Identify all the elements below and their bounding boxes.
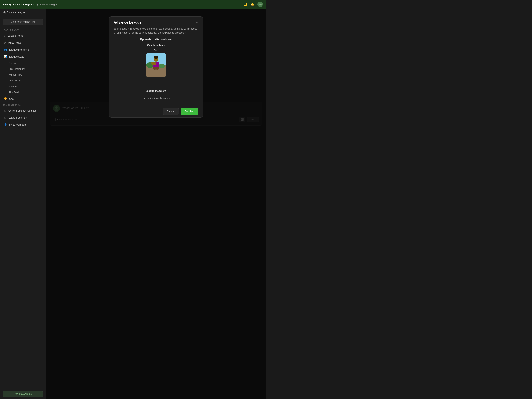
gear-icon-league: ⚙ (4, 116, 6, 119)
sidebar-label-league-stats: League Stats (9, 55, 24, 58)
sidebar-item-pick-distribution[interactable]: Pick Distribution (1, 66, 44, 72)
sidebar-item-current-episode-settings[interactable]: ⚙ Current Episode Settings (1, 107, 44, 114)
sidebar: My Survivor League ⌄ Make Your Winner Pi… (0, 9, 46, 399)
sidebar-item-overview[interactable]: Overview (1, 60, 44, 66)
sidebar-sub-label-pick-counts: Pick Counts (9, 79, 21, 82)
current-page-label: My Survivor League (35, 3, 58, 6)
modal-overlay: Advance League ∧ Your league is ready to… (46, 9, 266, 399)
admin-label: Administration (0, 102, 45, 107)
modal-close-button[interactable]: ∧ (196, 20, 198, 24)
results-available-button[interactable]: Results Available (3, 391, 43, 397)
league-members-section: League Members No eliminations this week (109, 87, 203, 105)
sidebar-item-cast[interactable]: 🏆 Cast (1, 96, 44, 102)
members-icon: 👥 (4, 48, 7, 51)
sidebar-sub-label-overview: Overview (9, 62, 18, 64)
modal-body: Your league is ready to move on to the n… (109, 25, 203, 82)
cast-member-image (146, 53, 166, 77)
cast-members-label: Cast Members (114, 44, 198, 46)
main-content-area: My Survivor League Survivor Season 47 1 … (46, 9, 266, 399)
modal-title: Advance League (114, 20, 142, 25)
svg-rect-8 (153, 67, 156, 70)
sidebar-sub-label-pick-distribution: Pick Distribution (9, 68, 25, 70)
gear-icon-episode: ⚙ (4, 109, 6, 112)
svg-rect-6 (151, 62, 156, 64)
league-selector[interactable]: My Survivor League ⌄ (0, 9, 45, 16)
sidebar-item-make-picks[interactable]: ◈ Make Picks (1, 39, 44, 46)
episode-label: Episode 1 eliminations (114, 38, 198, 41)
svg-rect-7 (152, 64, 156, 65)
league-members-label: League Members (114, 90, 198, 92)
svg-point-3 (159, 64, 165, 68)
home-icon: ⌂ (4, 34, 6, 37)
stats-icon: 📊 (4, 55, 7, 58)
modal-footer: Cancel Confirm (109, 105, 203, 117)
sidebar-label-league-settings: League Settings (8, 116, 27, 119)
sidebar-item-winner-picks[interactable]: Winner Picks (1, 72, 44, 77)
avatar[interactable]: JD (257, 1, 263, 7)
sidebar-label-make-picks: Make Picks (8, 41, 21, 44)
sidebar-label-current-episode-settings: Current Episode Settings (8, 109, 37, 112)
sidebar-item-league-stats[interactable]: 📊 League Stats (1, 53, 44, 60)
navbar: Reality Survivor League / My Survivor Le… (0, 0, 266, 9)
picks-icon: ◈ (4, 41, 6, 44)
svg-point-10 (154, 56, 158, 59)
sidebar-league-name: My Survivor League (3, 11, 25, 14)
brand-name: Reality Survivor League (3, 3, 32, 6)
breadcrumb: Reality Survivor League / My Survivor Le… (3, 3, 57, 6)
sidebar-label-league-home: League Home (7, 34, 23, 37)
sidebar-item-league-settings[interactable]: ⚙ League Settings (1, 114, 44, 121)
no-eliminations-text: No eliminations this week (114, 95, 198, 103)
sidebar-item-tribe-stats[interactable]: Tribe Stats (1, 84, 44, 89)
confirm-button[interactable]: Confirm (181, 108, 198, 115)
cast-member-name: Jon (114, 49, 198, 52)
sidebar-item-league-members[interactable]: 👥 League Members (1, 46, 44, 53)
cancel-button[interactable]: Cancel (163, 108, 178, 115)
sidebar-sub-label-pick-feed: Pick Feed (9, 91, 19, 94)
league-pages-label: League Pages (0, 27, 45, 32)
sidebar-item-invite-members[interactable]: 👤 Invite Members (1, 121, 44, 128)
invite-icon: 👤 (4, 123, 7, 126)
modal-divider (109, 84, 203, 85)
sidebar-label-league-members: League Members (9, 48, 29, 51)
breadcrumb-separator: / (33, 3, 34, 6)
chevron-down-icon: ⌄ (41, 11, 43, 14)
sidebar-item-pick-counts[interactable]: Pick Counts (1, 78, 44, 83)
modal-description: Your league is ready to move on to the n… (114, 27, 198, 34)
cast-icon: 🏆 (4, 97, 7, 100)
sidebar-label-cast: Cast (9, 97, 14, 100)
make-winner-pick-button[interactable]: Make Your Winner Pick (3, 19, 43, 25)
sidebar-item-league-home[interactable]: ⌂ League Home (1, 32, 44, 39)
sidebar-label-invite-members: Invite Members (9, 123, 26, 126)
advance-league-modal: Advance League ∧ Your league is ready to… (109, 16, 203, 118)
sidebar-sub-label-winner-picks: Winner Picks (9, 73, 22, 76)
moon-icon[interactable]: 🌙 (243, 3, 247, 6)
bell-icon[interactable]: 🔔 (250, 3, 254, 6)
navbar-actions: 🌙 🔔 JD (243, 1, 263, 7)
sidebar-sub-label-tribe-stats: Tribe Stats (9, 85, 20, 88)
modal-header: Advance League ∧ (109, 17, 203, 25)
svg-rect-9 (156, 67, 158, 70)
sidebar-item-pick-feed[interactable]: Pick Feed (1, 90, 44, 95)
